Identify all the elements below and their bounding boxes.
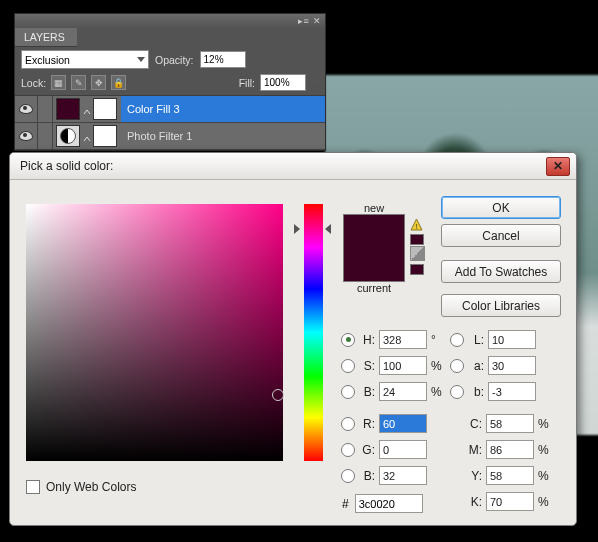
- b-label: B:: [359, 385, 375, 399]
- r-radio[interactable]: [341, 417, 355, 431]
- b-input[interactable]: 24: [379, 382, 427, 401]
- lock-label: Lock:: [21, 77, 46, 89]
- lb-radio[interactable]: [450, 385, 464, 399]
- blend-mode-value: Exclusion: [25, 54, 70, 66]
- current-color-swatch[interactable]: [344, 248, 404, 281]
- color-libraries-button[interactable]: Color Libraries: [441, 294, 561, 317]
- layer-thumbnail[interactable]: [56, 98, 80, 120]
- h-radio[interactable]: [341, 333, 355, 347]
- layer-name[interactable]: Photo Filter 1: [121, 123, 325, 149]
- bl-input[interactable]: 32: [379, 466, 427, 485]
- L-label: L:: [468, 333, 484, 347]
- chevron-down-icon: [137, 57, 145, 62]
- opacity-input[interactable]: 12%: [200, 51, 246, 68]
- color-picker-dialog: Pick a solid color: ✕ new current ! OK C…: [9, 152, 577, 526]
- hex-hash-label: #: [342, 497, 349, 511]
- panel-menu-icon[interactable]: ▸≡: [299, 17, 308, 26]
- a-label: a:: [468, 359, 484, 373]
- g-radio[interactable]: [341, 443, 355, 457]
- layer-row[interactable]: Photo Filter 1: [15, 123, 325, 150]
- panel-close-icon[interactable]: ✕: [312, 17, 321, 26]
- b-radio[interactable]: [341, 385, 355, 399]
- layer-mask-thumbnail[interactable]: [93, 98, 117, 120]
- s-radio[interactable]: [341, 359, 355, 373]
- layer-row[interactable]: Color Fill 3: [15, 96, 325, 123]
- opacity-label: Opacity:: [155, 54, 194, 66]
- lock-position-icon[interactable]: ✥: [91, 75, 106, 90]
- L-radio[interactable]: [450, 333, 464, 347]
- current-label: current: [343, 282, 405, 294]
- websafe-swatch[interactable]: [410, 264, 424, 275]
- svg-text:!: !: [415, 222, 417, 231]
- layer-name[interactable]: Color Fill 3: [121, 96, 325, 122]
- adjustment-layer-icon[interactable]: [56, 125, 80, 147]
- g-input[interactable]: 0: [379, 440, 427, 459]
- dialog-titlebar[interactable]: Pick a solid color: ✕: [10, 153, 576, 180]
- y-input[interactable]: 58: [486, 466, 534, 485]
- color-field[interactable]: [26, 204, 283, 461]
- dialog-title: Pick a solid color:: [20, 159, 113, 173]
- link-cell[interactable]: [38, 96, 53, 122]
- k-input[interactable]: 70: [486, 492, 534, 511]
- s-input[interactable]: 100: [379, 356, 427, 375]
- fill-label: Fill:: [239, 77, 255, 89]
- gamut-swatch[interactable]: [410, 234, 424, 245]
- lock-pixels-icon[interactable]: ✎: [71, 75, 86, 90]
- lb-input[interactable]: -3: [488, 382, 536, 401]
- m-input[interactable]: 86: [486, 440, 534, 459]
- fill-input[interactable]: 100%: [260, 74, 306, 91]
- bl-radio[interactable]: [341, 469, 355, 483]
- c-label: C:: [466, 417, 482, 431]
- L-input[interactable]: 10: [488, 330, 536, 349]
- layer-mask-thumbnail[interactable]: [93, 125, 117, 147]
- hue-pointer-left[interactable]: [294, 224, 300, 234]
- add-to-swatches-button[interactable]: Add To Swatches: [441, 260, 561, 283]
- only-web-colors-label: Only Web Colors: [46, 480, 136, 494]
- eye-icon[interactable]: [19, 131, 33, 141]
- hue-slider[interactable]: [304, 204, 323, 461]
- link-cell[interactable]: [38, 123, 53, 149]
- c-input[interactable]: 58: [486, 414, 534, 433]
- lb-label: b:: [468, 385, 484, 399]
- s-label: S:: [359, 359, 375, 373]
- hue-pointer-right[interactable]: [325, 224, 331, 234]
- bl-label: B:: [359, 469, 375, 483]
- a-radio[interactable]: [450, 359, 464, 373]
- lock-all-icon[interactable]: 🔒: [111, 75, 126, 90]
- websafe-cube-icon[interactable]: [410, 246, 425, 261]
- color-field-cursor[interactable]: [272, 389, 284, 401]
- link-chain-icon: [83, 99, 93, 119]
- new-label: new: [343, 202, 405, 214]
- ok-button[interactable]: OK: [441, 196, 561, 219]
- cancel-button[interactable]: Cancel: [441, 224, 561, 247]
- blend-mode-select[interactable]: Exclusion: [21, 50, 149, 69]
- y-label: Y:: [466, 469, 482, 483]
- layers-panel: ▸≡ ✕ LAYERS Exclusion Opacity: 12% Lock:…: [14, 13, 326, 151]
- hex-input[interactable]: 3c0020: [355, 494, 423, 513]
- panel-header-bar[interactable]: ▸≡ ✕: [15, 14, 325, 28]
- link-chain-icon: [83, 126, 93, 146]
- layers-tab[interactable]: LAYERS: [15, 28, 77, 47]
- opacity-flyout-icon[interactable]: [252, 57, 260, 62]
- m-label: M:: [466, 443, 482, 457]
- k-label: K:: [466, 495, 482, 509]
- new-current-swatch: new current: [343, 202, 405, 294]
- only-web-colors-checkbox[interactable]: [26, 480, 40, 494]
- gamut-warning-icon[interactable]: !: [410, 218, 423, 231]
- h-input[interactable]: 328: [379, 330, 427, 349]
- h-label: H:: [359, 333, 375, 347]
- r-input[interactable]: 60: [379, 414, 427, 433]
- eye-icon[interactable]: [19, 104, 33, 114]
- new-color-swatch[interactable]: [344, 215, 404, 248]
- a-input[interactable]: 30: [488, 356, 536, 375]
- close-button[interactable]: ✕: [546, 157, 570, 176]
- lock-transparency-icon[interactable]: ▦: [51, 75, 66, 90]
- r-label: R:: [359, 417, 375, 431]
- fill-flyout-icon[interactable]: [311, 80, 319, 85]
- g-label: G:: [359, 443, 375, 457]
